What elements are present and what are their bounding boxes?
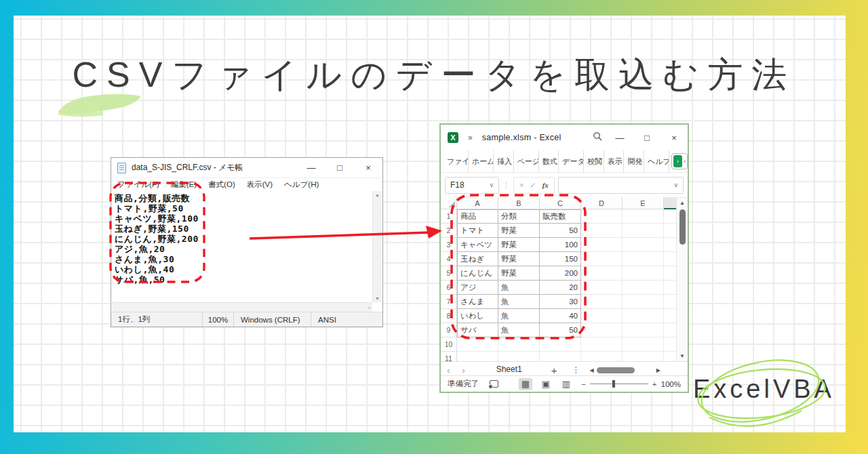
view-page-break-icon[interactable]: ▥: [559, 378, 573, 390]
tab-formulas[interactable]: 数式: [539, 150, 559, 172]
close-button[interactable]: ×: [660, 125, 688, 150]
enter-icon[interactable]: ✓: [530, 181, 536, 190]
cell-c7[interactable]: 30: [540, 295, 581, 309]
view-page-layout-icon[interactable]: ▣: [539, 378, 553, 390]
cell-a2[interactable]: トマト: [457, 224, 498, 238]
insert-function-icon[interactable]: fx: [542, 181, 549, 189]
zoom-slider-thumb[interactable]: [612, 380, 615, 388]
zoom-out-icon[interactable]: −: [581, 380, 586, 388]
notepad-vertical-scrollbar[interactable]: ▲ ▼: [372, 191, 382, 302]
row-header[interactable]: 4: [441, 252, 457, 266]
cell-c6[interactable]: 20: [540, 281, 581, 295]
maximize-button[interactable]: □: [326, 158, 354, 178]
cell-c11[interactable]: [540, 352, 581, 361]
row-header[interactable]: 3: [441, 238, 457, 252]
tab-developer[interactable]: 開発: [624, 150, 644, 172]
minimize-button[interactable]: —: [297, 158, 326, 178]
select-all-corner[interactable]: [441, 197, 457, 209]
quick-access-chevron-icon[interactable]: »: [468, 133, 473, 142]
tab-help[interactable]: ヘルプ: [644, 150, 669, 172]
row-header[interactable]: 10: [441, 337, 457, 352]
cell-a11[interactable]: [457, 352, 498, 361]
cell-e11[interactable]: [623, 352, 664, 361]
row-header[interactable]: 6: [441, 281, 457, 295]
cell-d5[interactable]: [581, 266, 623, 281]
cell-b5[interactable]: 野菜: [498, 266, 540, 281]
cell-d9[interactable]: [581, 323, 623, 337]
column-header-a[interactable]: A: [457, 197, 498, 209]
tab-data[interactable]: データ: [559, 150, 584, 172]
more-icon[interactable]: ⋮: [572, 365, 580, 375]
cell-c4[interactable]: 150: [540, 252, 581, 266]
cell-c8[interactable]: 40: [540, 309, 581, 323]
cell-c5[interactable]: 200: [540, 266, 581, 281]
cell-d3[interactable]: [581, 238, 623, 252]
menu-file[interactable]: ファイル(F): [117, 180, 159, 190]
tab-review[interactable]: 校閲: [584, 150, 604, 172]
notepad-horizontal-scrollbar[interactable]: ›: [112, 302, 372, 312]
cell-d2[interactable]: [581, 224, 623, 238]
cell-b3[interactable]: 野菜: [498, 238, 540, 252]
cell-c10[interactable]: [540, 337, 581, 352]
cell-d1[interactable]: [581, 209, 623, 224]
cell-e5[interactable]: [623, 266, 664, 281]
zoom-slider[interactable]: [590, 380, 648, 388]
cell-a3[interactable]: キャベツ: [457, 238, 498, 252]
cell-b2[interactable]: 野菜: [498, 224, 540, 238]
notepad-text-area[interactable]: 商品,分類,販売数 トマト,野菜,50 キャベツ,野菜,100 玉ねぎ,野菜,1…: [112, 191, 372, 302]
name-box[interactable]: F18 ∨: [445, 177, 499, 194]
cell-e9[interactable]: [623, 323, 664, 337]
row-header[interactable]: 1: [441, 209, 457, 224]
cell-c2[interactable]: 50: [540, 224, 581, 238]
cell-d7[interactable]: [581, 295, 623, 309]
cell-a10[interactable]: [457, 337, 498, 352]
maximize-button[interactable]: □: [633, 125, 660, 150]
column-header-e[interactable]: E: [623, 197, 664, 209]
cell-d4[interactable]: [581, 252, 623, 266]
cell-b6[interactable]: 魚: [498, 281, 540, 295]
cell-c3[interactable]: 100: [540, 238, 581, 252]
cell-b9[interactable]: 魚: [498, 323, 540, 337]
cell-b4[interactable]: 野菜: [498, 252, 540, 266]
cell-b10[interactable]: [498, 337, 540, 352]
cell-a1[interactable]: 商品: [457, 209, 498, 224]
row-header[interactable]: 2: [441, 224, 457, 238]
cell-a5[interactable]: にんじん: [457, 266, 498, 281]
scroll-down-icon[interactable]: ▼: [375, 296, 380, 301]
cell-a9[interactable]: サバ: [457, 323, 498, 337]
tab-home[interactable]: ホーム: [469, 150, 494, 172]
cell-d8[interactable]: [581, 309, 623, 323]
excel-horizontal-scrollbar[interactable]: ◀ ▶: [590, 367, 660, 373]
menu-format[interactable]: 書式(O): [208, 180, 235, 190]
cell-a7[interactable]: さんま: [457, 295, 498, 309]
cell-b1[interactable]: 分類: [498, 209, 540, 224]
scroll-right-icon[interactable]: ▶: [656, 367, 660, 373]
cell-b7[interactable]: 魚: [498, 295, 540, 309]
add-sheet-icon[interactable]: +: [551, 365, 557, 376]
ribbon-display-button[interactable]: › ›: [671, 153, 688, 169]
cell-a6[interactable]: アジ: [457, 281, 498, 295]
minimize-button[interactable]: —: [606, 125, 633, 150]
scroll-up-icon[interactable]: ▲: [375, 192, 380, 197]
cell-e6[interactable]: [623, 281, 664, 295]
cancel-icon[interactable]: ×: [519, 181, 524, 189]
row-header[interactable]: 11: [441, 352, 457, 361]
excel-vertical-scrollbar[interactable]: ▲ ▼: [676, 198, 688, 361]
cell-c1[interactable]: 販売数: [540, 209, 581, 224]
cell-c9[interactable]: 50: [540, 323, 581, 337]
cell-b8[interactable]: 魚: [498, 309, 540, 323]
cell-d11[interactable]: [581, 352, 623, 361]
scroll-up-icon[interactable]: ▲: [679, 198, 685, 208]
column-header-d[interactable]: D: [581, 197, 623, 209]
column-header-b[interactable]: B: [498, 197, 540, 209]
scroll-left-icon[interactable]: ◀: [590, 367, 594, 373]
tab-file[interactable]: ファイル: [443, 150, 469, 172]
close-button[interactable]: ×: [354, 158, 382, 178]
tab-insert[interactable]: 挿入: [494, 150, 514, 172]
search-icon[interactable]: [593, 131, 602, 144]
tab-view[interactable]: 表示: [604, 150, 625, 172]
menu-edit[interactable]: 編集(E): [171, 180, 197, 190]
view-normal-icon[interactable]: ▦: [519, 378, 532, 390]
sheet-prev-icon[interactable]: ‹: [441, 365, 456, 375]
macro-record-icon[interactable]: [490, 380, 498, 388]
